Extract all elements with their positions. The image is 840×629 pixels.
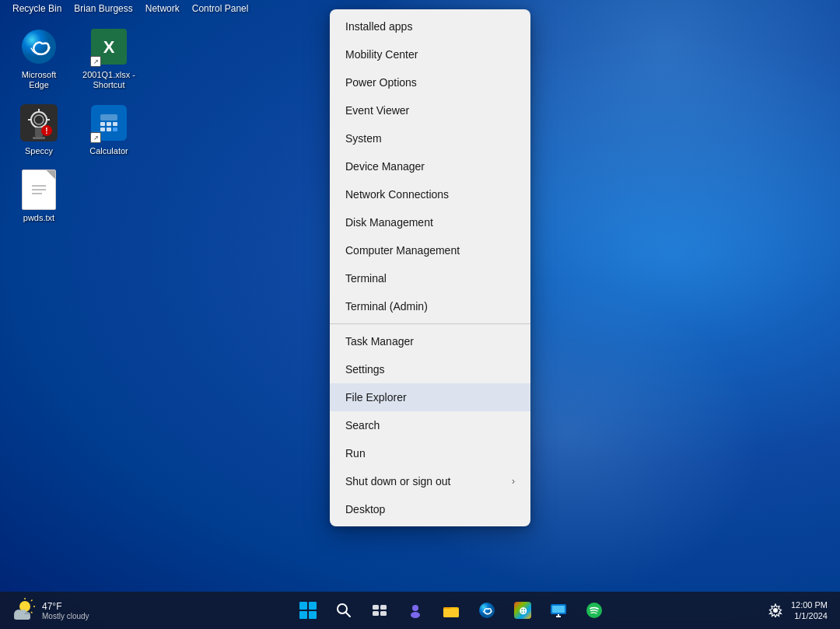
- clock-date: 1/1/2024: [791, 610, 828, 621]
- menu-installed-apps[interactable]: Installed apps: [330, 12, 530, 40]
- taskbar-edge-button[interactable]: [471, 595, 502, 626]
- menu-file-explorer[interactable]: File Explorer: [330, 383, 530, 411]
- menu-network-connections[interactable]: Network Connections: [330, 180, 530, 208]
- taskbar-remote-button[interactable]: [543, 595, 574, 626]
- svg-rect-35: [309, 602, 317, 610]
- label-control-panel[interactable]: Control Panel: [186, 2, 255, 16]
- svg-rect-16: [100, 122, 105, 126]
- svg-point-45: [411, 612, 420, 618]
- svg-rect-19: [100, 128, 105, 131]
- menu-mobility-center[interactable]: Mobility Center: [330, 40, 530, 68]
- svg-rect-40: [373, 605, 379, 610]
- taskbar-teams-button[interactable]: [400, 595, 431, 626]
- svg-point-44: [412, 605, 418, 611]
- svg-rect-52: [552, 606, 565, 613]
- svg-point-56: [773, 608, 778, 613]
- menu-terminal-admin[interactable]: Terminal (Admin): [330, 292, 530, 320]
- taskbar: 47°F Mostly cloudy: [0, 592, 840, 629]
- desktop-icons: MicrosoftEdge X ↗ 2001Q1.xlsx -Shortcut: [8, 23, 140, 226]
- taskbar-center: ⊕: [140, 595, 763, 626]
- menu-run[interactable]: Run: [330, 439, 530, 467]
- taskbar-file-explorer-button[interactable]: [436, 595, 467, 626]
- menu-terminal[interactable]: Terminal: [330, 264, 530, 292]
- menu-separator-1: [330, 323, 530, 324]
- shut-down-arrow-icon: ›: [512, 476, 515, 487]
- taskbar-store-button[interactable]: ⊕: [507, 595, 538, 626]
- taskbar-spotify-button[interactable]: [579, 595, 610, 626]
- taskbar-settings-icon[interactable]: [763, 598, 788, 623]
- svg-text:⊕: ⊕: [519, 605, 527, 617]
- clock-time: 12:00 PM: [791, 599, 828, 610]
- svg-line-29: [31, 612, 33, 613]
- menu-task-manager[interactable]: Task Manager: [330, 327, 530, 355]
- svg-rect-17: [107, 122, 111, 126]
- weather-description: Mostly cloudy: [42, 612, 89, 620]
- menu-desktop[interactable]: Desktop: [330, 495, 530, 523]
- label-network[interactable]: Network: [139, 2, 186, 16]
- svg-rect-11: [33, 137, 45, 139]
- context-menu: Installed apps Mobility Center Power Opt…: [330, 9, 530, 526]
- desktop-icon-speccy[interactable]: ! Speccy: [8, 100, 70, 159]
- svg-line-39: [346, 613, 351, 617]
- svg-line-27: [31, 600, 33, 602]
- svg-rect-43: [380, 611, 387, 616]
- menu-system[interactable]: System: [330, 124, 530, 152]
- label-brian-burgess[interactable]: Brian Burgess: [68, 2, 138, 16]
- svg-rect-36: [299, 611, 307, 619]
- weather-text: 47°F Mostly cloudy: [42, 601, 89, 620]
- svg-rect-21: [113, 128, 117, 131]
- taskbar-task-view-button[interactable]: [364, 595, 395, 626]
- svg-text:!: !: [45, 127, 47, 135]
- edge-label: MicrosoftEdge: [22, 70, 57, 90]
- svg-text:X: X: [103, 37, 115, 57]
- desktop-icon-edge[interactable]: MicrosoftEdge: [8, 23, 70, 93]
- taskbar-right: 12:00 PM 1/1/2024: [763, 598, 840, 623]
- weather-widget[interactable]: 47°F Mostly cloudy: [9, 597, 89, 624]
- weather-icon: [9, 597, 36, 624]
- calculator-label: Calculator: [89, 146, 128, 156]
- menu-search[interactable]: Search: [330, 411, 530, 439]
- menu-event-viewer[interactable]: Event Viewer: [330, 96, 530, 124]
- menu-computer-management[interactable]: Computer Management: [330, 236, 530, 264]
- menu-power-options[interactable]: Power Options: [330, 68, 530, 96]
- desktop-labels: Recycle Bin Brian Burgess Network Contro…: [0, 0, 261, 17]
- menu-shut-down[interactable]: Shut down or sign out ›: [330, 467, 530, 495]
- svg-rect-47: [443, 609, 459, 617]
- taskbar-search-button[interactable]: [328, 595, 359, 626]
- svg-rect-34: [299, 602, 307, 610]
- menu-device-manager[interactable]: Device Manager: [330, 152, 530, 180]
- svg-rect-37: [309, 611, 317, 619]
- pwds-txt-label: pwds.txt: [23, 213, 54, 223]
- excel-label: 2001Q1.xlsx -Shortcut: [82, 70, 135, 90]
- desktop-icon-calculator[interactable]: ↗ Calculator: [78, 100, 140, 159]
- svg-rect-42: [373, 611, 379, 616]
- svg-rect-33: [14, 614, 30, 620]
- label-recycle-bin[interactable]: Recycle Bin: [6, 2, 68, 16]
- svg-point-0: [22, 30, 56, 64]
- svg-rect-18: [113, 122, 117, 126]
- system-clock[interactable]: 12:00 PM 1/1/2024: [791, 599, 831, 622]
- speccy-label: Speccy: [25, 146, 53, 156]
- weather-temp: 47°F: [42, 601, 89, 612]
- svg-rect-15: [100, 114, 117, 121]
- menu-disk-management[interactable]: Disk Management: [330, 208, 530, 236]
- svg-point-48: [479, 603, 495, 618]
- desktop-icon-excel[interactable]: X ↗ 2001Q1.xlsx -Shortcut: [78, 23, 140, 93]
- menu-settings[interactable]: Settings: [330, 355, 530, 383]
- desktop: Recycle Bin Brian Burgess Network Contro…: [0, 0, 840, 629]
- start-button[interactable]: [292, 595, 324, 626]
- desktop-icon-pwds-txt[interactable]: pwds.txt: [8, 166, 70, 226]
- svg-rect-20: [107, 128, 111, 131]
- taskbar-left: 47°F Mostly cloudy: [0, 597, 140, 624]
- svg-rect-41: [380, 605, 387, 610]
